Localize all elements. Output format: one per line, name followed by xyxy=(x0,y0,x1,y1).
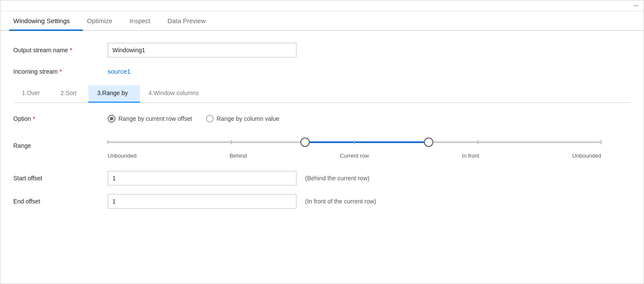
start-offset-row: Start offset (Behind the current row) xyxy=(13,171,631,185)
radio-circle-row-offset xyxy=(108,115,115,123)
output-stream-row: Output stream name* xyxy=(13,43,631,57)
slider-tick-25 xyxy=(231,140,232,144)
radio-circle-column-value xyxy=(206,115,214,123)
tab-optimize[interactable]: Optimize xyxy=(83,11,125,31)
slider-thumb-end[interactable] xyxy=(424,138,433,147)
step-tab-sort[interactable]: 2.Sort xyxy=(52,85,88,103)
option-row: Option* Range by current row offset Rang… xyxy=(13,115,631,123)
title-bar: — xyxy=(0,0,644,11)
incoming-stream-label: Incoming stream* xyxy=(13,68,108,75)
tab-windowing-settings[interactable]: Windowing Settings xyxy=(9,11,83,31)
output-stream-required: * xyxy=(70,47,72,54)
start-offset-hint: (Behind the current row) xyxy=(305,175,369,182)
slider-track-fill xyxy=(305,141,429,143)
incoming-stream-link[interactable]: source1 xyxy=(108,68,130,75)
slider-label-current-row: Current row xyxy=(340,152,369,159)
incoming-stream-row: Incoming stream* source1 xyxy=(13,68,631,75)
option-required: * xyxy=(33,115,35,122)
option-radio-group: Range by current row offset Range by col… xyxy=(108,115,279,123)
minimize-button[interactable]: — xyxy=(632,2,640,9)
slider-tick-50 xyxy=(354,140,355,144)
slider-tick-75 xyxy=(478,140,478,144)
range-label: Range xyxy=(13,135,108,149)
content-area: Output stream name* Incoming stream* sou… xyxy=(0,31,644,284)
range-row: Range Unbound xyxy=(13,135,631,159)
slider-label-in-front: In front xyxy=(462,152,479,159)
radio-item-row-offset[interactable]: Range by current row offset xyxy=(108,115,192,123)
slider-thumb-start[interactable] xyxy=(300,138,310,147)
main-tabs: Windowing Settings Optimize Inspect Data… xyxy=(0,11,644,31)
radio-label-column-value: Range by column value xyxy=(217,115,279,122)
slider-labels: Unbounded Behind Current row In front Un… xyxy=(108,152,601,159)
output-stream-input[interactable] xyxy=(108,43,296,57)
option-label: Option* xyxy=(13,115,108,122)
incoming-stream-required: * xyxy=(59,68,61,75)
radio-item-column-value[interactable]: Range by column value xyxy=(206,115,279,123)
step-tab-range-by[interactable]: 3.Range by xyxy=(88,85,140,103)
end-offset-input[interactable] xyxy=(108,194,296,209)
step-tab-over[interactable]: 1.Over xyxy=(13,85,52,103)
tab-inspect[interactable]: Inspect xyxy=(125,11,163,31)
start-offset-label: Start offset xyxy=(13,175,108,182)
slider-label-unbounded-end: Unbounded xyxy=(572,152,601,159)
start-offset-input[interactable] xyxy=(108,171,296,185)
range-slider-container: Unbounded Behind Current row In front Un… xyxy=(108,135,601,159)
main-window: — Windowing Settings Optimize Inspect Da… xyxy=(0,0,644,284)
slider-label-behind: Behind xyxy=(230,152,247,159)
output-stream-label: Output stream name* xyxy=(13,47,108,54)
end-offset-label: End offset xyxy=(13,198,108,205)
slider-tick-0 xyxy=(107,140,108,144)
slider-track-wrapper[interactable] xyxy=(108,135,601,150)
step-tab-window-columns[interactable]: 4.Window columns xyxy=(140,85,211,103)
radio-label-row-offset: Range by current row offset xyxy=(118,115,192,122)
slider-tick-100 xyxy=(601,140,602,144)
end-offset-hint: (In front of the current row) xyxy=(305,198,376,205)
step-tabs: 1.Over 2.Sort 3.Range by 4.Window column… xyxy=(13,85,631,103)
end-offset-row: End offset (In front of the current row) xyxy=(13,194,631,209)
slider-label-unbounded-start: Unbounded xyxy=(108,152,136,159)
tab-data-preview[interactable]: Data Preview xyxy=(163,11,218,31)
